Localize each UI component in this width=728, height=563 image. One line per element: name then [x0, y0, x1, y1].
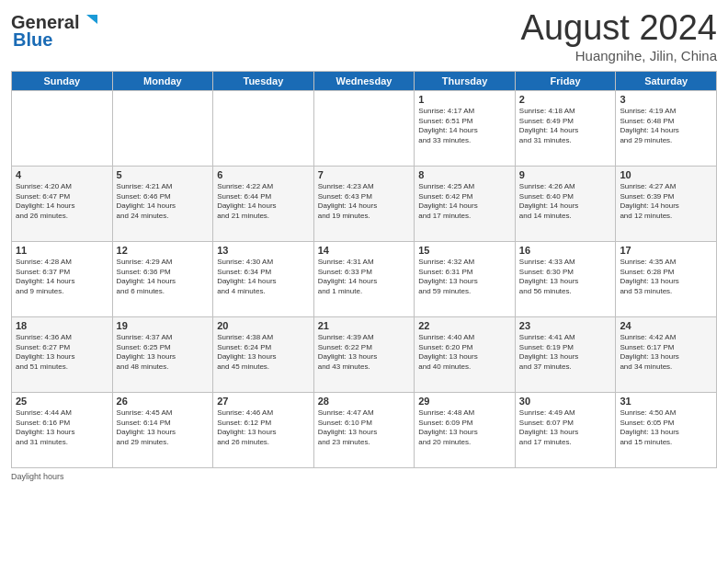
header-monday: Monday: [112, 71, 213, 90]
day-info: Sunrise: 4:42 AM Sunset: 6:17 PM Dayligh…: [620, 333, 712, 373]
header-wednesday: Wednesday: [313, 71, 415, 90]
table-row: 1Sunrise: 4:17 AM Sunset: 6:51 PM Daylig…: [415, 90, 516, 166]
day-number: 28: [318, 396, 411, 407]
day-number: 27: [217, 396, 310, 407]
header: General Blue August 2024 Huangnihe, Jili…: [11, 9, 717, 63]
day-number: 3: [620, 94, 712, 105]
table-row: 6Sunrise: 4:22 AM Sunset: 6:44 PM Daylig…: [213, 166, 314, 241]
table-row: [313, 90, 415, 166]
page: General Blue August 2024 Huangnihe, Jili…: [0, 0, 728, 563]
day-number: 31: [620, 396, 712, 407]
day-info: Sunrise: 4:45 AM Sunset: 6:14 PM Dayligh…: [117, 408, 210, 448]
day-number: 7: [318, 169, 411, 180]
table-row: 23Sunrise: 4:41 AM Sunset: 6:19 PM Dayli…: [515, 316, 616, 392]
day-info: Sunrise: 4:35 AM Sunset: 6:28 PM Dayligh…: [620, 258, 712, 297]
week-row-2: 11Sunrise: 4:28 AM Sunset: 6:37 PM Dayli…: [12, 241, 717, 316]
day-number: 11: [16, 245, 108, 256]
day-info: Sunrise: 4:50 AM Sunset: 6:05 PM Dayligh…: [620, 408, 712, 448]
table-row: 12Sunrise: 4:29 AM Sunset: 6:36 PM Dayli…: [112, 241, 213, 316]
table-row: 25Sunrise: 4:44 AM Sunset: 6:16 PM Dayli…: [12, 392, 113, 467]
table-row: 4Sunrise: 4:20 AM Sunset: 6:47 PM Daylig…: [12, 166, 113, 241]
day-info: Sunrise: 4:41 AM Sunset: 6:19 PM Dayligh…: [519, 333, 612, 373]
table-row: 20Sunrise: 4:38 AM Sunset: 6:24 PM Dayli…: [213, 316, 314, 392]
day-info: Sunrise: 4:18 AM Sunset: 6:49 PM Dayligh…: [519, 107, 612, 146]
day-info: Sunrise: 4:44 AM Sunset: 6:16 PM Dayligh…: [16, 408, 108, 448]
header-sunday: Sunday: [12, 71, 113, 90]
table-row: 14Sunrise: 4:31 AM Sunset: 6:33 PM Dayli…: [313, 241, 415, 316]
day-number: 21: [318, 320, 411, 331]
logo: General Blue: [11, 9, 101, 51]
daylight-label: Daylight hours: [11, 472, 64, 481]
table-row: 9Sunrise: 4:26 AM Sunset: 6:40 PM Daylig…: [515, 166, 616, 241]
table-row: 21Sunrise: 4:39 AM Sunset: 6:22 PM Dayli…: [313, 316, 415, 392]
header-friday: Friday: [515, 71, 616, 90]
day-info: Sunrise: 4:31 AM Sunset: 6:33 PM Dayligh…: [318, 258, 411, 297]
month-title: August 2024: [521, 9, 717, 48]
day-info: Sunrise: 4:25 AM Sunset: 6:42 PM Dayligh…: [418, 182, 511, 222]
table-row: 16Sunrise: 4:33 AM Sunset: 6:30 PM Dayli…: [515, 241, 616, 316]
day-number: 26: [117, 396, 210, 407]
day-number: 17: [620, 245, 712, 256]
table-row: 13Sunrise: 4:30 AM Sunset: 6:34 PM Dayli…: [213, 241, 314, 316]
day-info: Sunrise: 4:23 AM Sunset: 6:43 PM Dayligh…: [318, 182, 411, 222]
day-number: 24: [620, 320, 712, 331]
day-info: Sunrise: 4:26 AM Sunset: 6:40 PM Dayligh…: [519, 182, 612, 222]
weekday-header-row: Sunday Monday Tuesday Wednesday Thursday…: [12, 71, 717, 90]
day-number: 10: [620, 169, 712, 180]
header-thursday: Thursday: [415, 71, 516, 90]
day-info: Sunrise: 4:46 AM Sunset: 6:12 PM Dayligh…: [217, 408, 310, 448]
table-row: 22Sunrise: 4:40 AM Sunset: 6:20 PM Dayli…: [415, 316, 516, 392]
week-row-0: 1Sunrise: 4:17 AM Sunset: 6:51 PM Daylig…: [12, 90, 717, 166]
day-info: Sunrise: 4:47 AM Sunset: 6:10 PM Dayligh…: [318, 408, 411, 448]
day-number: 29: [418, 396, 511, 407]
table-row: 8Sunrise: 4:25 AM Sunset: 6:42 PM Daylig…: [415, 166, 516, 241]
table-row: [112, 90, 213, 166]
table-row: 5Sunrise: 4:21 AM Sunset: 6:46 PM Daylig…: [112, 166, 213, 241]
svg-marker-0: [86, 15, 97, 24]
day-info: Sunrise: 4:48 AM Sunset: 6:09 PM Dayligh…: [418, 408, 511, 448]
table-row: 11Sunrise: 4:28 AM Sunset: 6:37 PM Dayli…: [12, 241, 113, 316]
day-info: Sunrise: 4:28 AM Sunset: 6:37 PM Dayligh…: [16, 258, 108, 297]
day-info: Sunrise: 4:30 AM Sunset: 6:34 PM Dayligh…: [217, 258, 310, 297]
week-row-1: 4Sunrise: 4:20 AM Sunset: 6:47 PM Daylig…: [12, 166, 717, 241]
footer: Daylight hours: [11, 472, 717, 481]
table-row: 29Sunrise: 4:48 AM Sunset: 6:09 PM Dayli…: [415, 392, 516, 467]
table-row: 15Sunrise: 4:32 AM Sunset: 6:31 PM Dayli…: [415, 241, 516, 316]
calendar-table: Sunday Monday Tuesday Wednesday Thursday…: [11, 71, 717, 468]
week-row-3: 18Sunrise: 4:36 AM Sunset: 6:27 PM Dayli…: [12, 316, 717, 392]
day-info: Sunrise: 4:17 AM Sunset: 6:51 PM Dayligh…: [418, 107, 511, 146]
day-number: 4: [16, 169, 108, 180]
day-number: 19: [117, 320, 210, 331]
table-row: 10Sunrise: 4:27 AM Sunset: 6:39 PM Dayli…: [616, 166, 717, 241]
day-number: 5: [117, 169, 210, 180]
day-number: 12: [117, 245, 210, 256]
day-info: Sunrise: 4:20 AM Sunset: 6:47 PM Dayligh…: [16, 182, 108, 222]
table-row: [213, 90, 314, 166]
table-row: 24Sunrise: 4:42 AM Sunset: 6:17 PM Dayli…: [616, 316, 717, 392]
day-info: Sunrise: 4:36 AM Sunset: 6:27 PM Dayligh…: [16, 333, 108, 373]
table-row: 19Sunrise: 4:37 AM Sunset: 6:25 PM Dayli…: [112, 316, 213, 392]
day-info: Sunrise: 4:22 AM Sunset: 6:44 PM Dayligh…: [217, 182, 310, 222]
day-number: 25: [16, 396, 108, 407]
location-subtitle: Huangnihe, Jilin, China: [521, 48, 717, 63]
day-number: 14: [318, 245, 411, 256]
day-info: Sunrise: 4:33 AM Sunset: 6:30 PM Dayligh…: [519, 258, 612, 297]
day-number: 30: [519, 396, 612, 407]
table-row: [12, 90, 113, 166]
day-number: 13: [217, 245, 310, 256]
day-info: Sunrise: 4:40 AM Sunset: 6:20 PM Dayligh…: [418, 333, 511, 373]
table-row: 7Sunrise: 4:23 AM Sunset: 6:43 PM Daylig…: [313, 166, 415, 241]
day-info: Sunrise: 4:39 AM Sunset: 6:22 PM Dayligh…: [318, 333, 411, 373]
title-area: August 2024 Huangnihe, Jilin, China: [521, 9, 717, 63]
logo-blue-text: Blue: [13, 29, 52, 50]
day-number: 1: [418, 94, 511, 105]
table-row: 27Sunrise: 4:46 AM Sunset: 6:12 PM Dayli…: [213, 392, 314, 467]
day-number: 22: [418, 320, 511, 331]
day-info: Sunrise: 4:19 AM Sunset: 6:48 PM Dayligh…: [620, 107, 712, 146]
table-row: 31Sunrise: 4:50 AM Sunset: 6:05 PM Dayli…: [616, 392, 717, 467]
day-number: 23: [519, 320, 612, 331]
day-info: Sunrise: 4:37 AM Sunset: 6:25 PM Dayligh…: [117, 333, 210, 373]
header-saturday: Saturday: [616, 71, 717, 90]
day-info: Sunrise: 4:49 AM Sunset: 6:07 PM Dayligh…: [519, 408, 612, 448]
logo-icon: [81, 11, 101, 35]
